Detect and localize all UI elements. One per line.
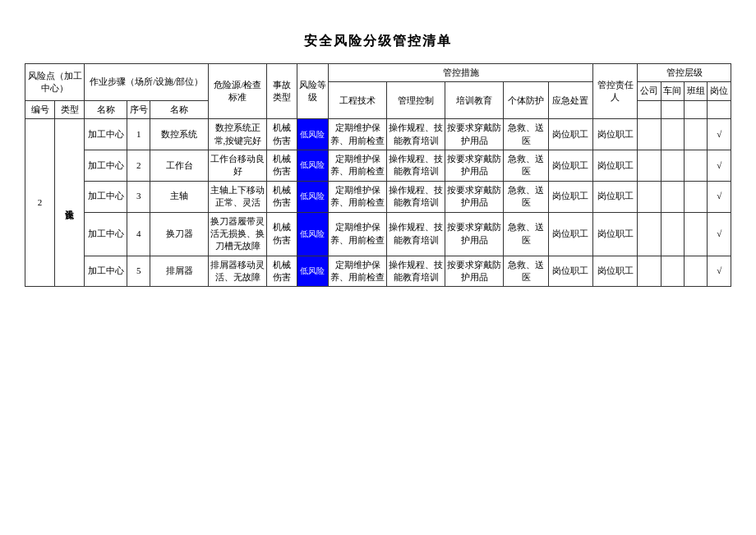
row-accident-4: 机械伤害 — [267, 212, 297, 256]
row-cj-3 — [661, 181, 684, 212]
row-seq-1: 1 — [127, 119, 150, 150]
row-emerg-1: 岗位职工 — [548, 119, 592, 150]
name2-header: 名称 — [150, 100, 209, 118]
row-risk-4: 低风险 — [297, 212, 329, 256]
row-emerg-4: 岗位职工 — [548, 212, 592, 256]
row-accident-5: 机械伤害 — [267, 256, 297, 287]
header-row-1: 风险点（加工中心） 作业步骤（场所/设施/部位） 危险源/检查标准 事故类型 风… — [25, 64, 731, 82]
control-measures-header: 管控措施 — [329, 64, 593, 82]
row-gw-1: √ — [708, 119, 731, 150]
row-train-3: 按要求穿戴防护用品 — [445, 181, 504, 212]
row-hazard-1: 数控系统正常,按键完好 — [209, 119, 267, 150]
row-cj-2 — [661, 150, 684, 181]
main-table: 风险点（加工中心） 作业步骤（场所/设施/部位） 危险源/检查标准 事故类型 风… — [25, 63, 731, 287]
row-bz-3 — [685, 181, 708, 212]
row-train-2: 按要求穿戴防护用品 — [445, 150, 504, 181]
row-personal-1: 急救、送医 — [504, 119, 548, 150]
engineering-header: 工程技术 — [329, 82, 387, 119]
row-gw-2: √ — [708, 150, 731, 181]
row-train-4: 按要求穿戴防护用品 — [445, 212, 504, 256]
row-bz-2 — [685, 150, 708, 181]
row-gs-2 — [638, 150, 661, 181]
row-name-3: 加工中心 — [85, 181, 127, 212]
table-row: 加工中心 5 排屑器 排屑器移动灵活、无故障 机械伤害 低风险 定期维护保养、用… — [25, 256, 731, 287]
row-name-1: 加工中心 — [85, 119, 127, 150]
work-steps-header: 作业步骤（场所/设施/部位） — [85, 64, 209, 101]
row-eng-2: 定期维护保养、用前检查 — [329, 150, 387, 181]
row-seq-5: 5 — [127, 256, 150, 287]
row-hazard-2: 工作台移动良好 — [209, 150, 267, 181]
control-level-header: 管控层级 — [638, 64, 731, 82]
row-seq-3: 3 — [127, 181, 150, 212]
row-eng-1: 定期维护保养、用前检查 — [329, 119, 387, 150]
row-risk-2: 低风险 — [297, 150, 329, 181]
hazard-source-header: 危险源/检查标准 — [209, 64, 267, 119]
row-personal-4: 急救、送医 — [504, 212, 548, 256]
row-bz-5 — [685, 256, 708, 287]
company-sub — [638, 100, 661, 118]
row-number: 2 — [25, 119, 55, 287]
page-title: 安全风险分级管控清单 — [25, 33, 731, 50]
row-mgmt-4: 操作规程、技能教育培训 — [387, 212, 445, 256]
row-resp-3: 岗位职工 — [592, 181, 637, 212]
row-personal-5: 急救、送医 — [504, 256, 548, 287]
risk-level-header: 风险等级 — [297, 64, 329, 119]
table-row: 加工中心 4 换刀器 换刀器履带灵活无损换、换刀槽无故障 机械伤害 低风险 定期… — [25, 212, 731, 256]
row-cj-4 — [661, 212, 684, 256]
table-row: 2 设备设施 加工中心 1 数控系统 数控系统正常,按键完好 机械伤害 低风险 … — [25, 119, 731, 150]
row-hazard-5: 排屑器移动灵活、无故障 — [209, 256, 267, 287]
table-row: 加工中心 3 主轴 主轴上下移动正常、灵活 机械伤害 低风险 定期维护保养、用前… — [25, 181, 731, 212]
type-header: 类型 — [55, 100, 85, 118]
row-resp-2: 岗位职工 — [592, 150, 637, 181]
emergency-header: 应急处置 — [548, 82, 592, 119]
post-sub — [708, 100, 731, 118]
row-eng-5: 定期维护保养、用前检查 — [329, 256, 387, 287]
row-personal-3: 急救、送医 — [504, 181, 548, 212]
row-equip-4: 换刀器 — [150, 212, 209, 256]
row-name-4: 加工中心 — [85, 212, 127, 256]
row-train-1: 按要求穿戴防护用品 — [445, 119, 504, 150]
row-emerg-5: 岗位职工 — [548, 256, 592, 287]
row-train-5: 按要求穿戴防护用品 — [445, 256, 504, 287]
row-resp-1: 岗位职工 — [592, 119, 637, 150]
row-accident-1: 机械伤害 — [267, 119, 297, 150]
row-equip-2: 工作台 — [150, 150, 209, 181]
row-mgmt-3: 操作规程、技能教育培训 — [387, 181, 445, 212]
row-name-5: 加工中心 — [85, 256, 127, 287]
row-equip-3: 主轴 — [150, 181, 209, 212]
row-hazard-4: 换刀器履带灵活无损换、换刀槽无故障 — [209, 212, 267, 256]
row-resp-4: 岗位职工 — [592, 212, 637, 256]
row-equip-1: 数控系统 — [150, 119, 209, 150]
row-gw-3: √ — [708, 181, 731, 212]
row-gs-5 — [638, 256, 661, 287]
row-type: 设备设施 — [55, 119, 85, 287]
row-seq-2: 2 — [127, 150, 150, 181]
team-sub — [685, 100, 708, 118]
row-gw-5: √ — [708, 256, 731, 287]
row-risk-5: 低风险 — [297, 256, 329, 287]
workshop-header: 车间 — [661, 82, 684, 100]
training-header: 培训教育 — [445, 82, 504, 119]
row-gs-4 — [638, 212, 661, 256]
seq-header: 序号 — [127, 100, 150, 118]
row-mgmt-5: 操作规程、技能教育培训 — [387, 256, 445, 287]
personal-header: 个体防护 — [504, 82, 548, 119]
row-resp-5: 岗位职工 — [592, 256, 637, 287]
row-gw-4: √ — [708, 212, 731, 256]
row-accident-2: 机械伤害 — [267, 150, 297, 181]
row-gs-3 — [638, 181, 661, 212]
row-hazard-3: 主轴上下移动正常、灵活 — [209, 181, 267, 212]
accident-type-header: 事故类型 — [267, 64, 297, 119]
row-bz-4 — [685, 212, 708, 256]
row-cj-5 — [661, 256, 684, 287]
row-mgmt-2: 操作规程、技能教育培训 — [387, 150, 445, 181]
table-row: 加工中心 2 工作台 工作台移动良好 机械伤害 低风险 定期维护保养、用前检查 … — [25, 150, 731, 181]
row-risk-3: 低风险 — [297, 181, 329, 212]
row-personal-2: 急救、送医 — [504, 150, 548, 181]
name-header: 名称 — [85, 100, 127, 118]
row-gs-1 — [638, 119, 661, 150]
company-header: 公司 — [638, 82, 661, 100]
row-mgmt-1: 操作规程、技能教育培训 — [387, 119, 445, 150]
post-header: 岗位 — [708, 82, 731, 100]
row-bz-1 — [685, 119, 708, 150]
